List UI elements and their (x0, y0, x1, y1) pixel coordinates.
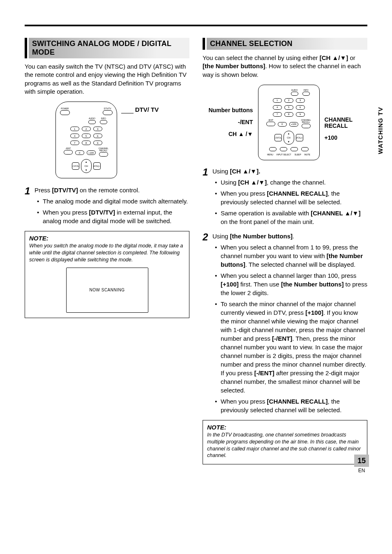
vol-label: VOL (74, 165, 79, 167)
label-input: INPUT SELECT (277, 154, 291, 156)
step-1-bold: [DTV/TV] (52, 187, 78, 194)
ent-button (64, 150, 73, 155)
channel-recall-button-r (302, 124, 311, 128)
s2b3f: [-/ENT] (254, 369, 274, 376)
num-5-r: 5 (284, 105, 293, 110)
s2a: Using (212, 233, 230, 240)
page-language: EN (354, 468, 369, 473)
note-title-right: NOTE: (207, 424, 363, 431)
intro-paragraph-right: You can select the channel by using eith… (203, 54, 367, 79)
label-audio-r: AUDIO (291, 89, 298, 91)
intro-b: [CH ▲/▼] (320, 54, 348, 61)
num-4-r: 4 (273, 105, 282, 110)
vol-up-r: VOL▷ (296, 134, 303, 141)
s2b2c: first. Then use (239, 281, 281, 288)
label-chrec-r: CHANNEL RECALL (301, 119, 311, 123)
num-8-r: 8 (284, 112, 293, 117)
section-title: SWITCHING ANALOG MODE / DIGITAL MODE (32, 39, 171, 56)
page-number: 15 (354, 455, 369, 467)
section-strip: SWITCHING ANALOG MODE / DIGITAL MODE (29, 38, 189, 58)
callout-ent: -/ENT (238, 119, 253, 125)
bullet-2: When you press [DTV/TV] in external inpu… (37, 208, 189, 225)
s2b4: When you press [CHANNEL RECALL], the pre… (215, 397, 367, 414)
info-button (100, 120, 107, 124)
bullet-2a: When you press (43, 209, 89, 216)
manual-page: WATCHING TV SWITCHING ANALOG MODE / DIGI… (0, 0, 392, 481)
label-info-r: INFO (304, 89, 309, 91)
section-title-channel: CHANNEL SELECTION (210, 39, 293, 48)
input-select-button (280, 147, 287, 151)
num-2: 2 (82, 127, 91, 131)
s1b2: When you press [CHANNEL RECALL], the pre… (215, 189, 367, 206)
num-7-r: 7 (273, 112, 282, 117)
right-callouts: CHANNEL RECALL +100 (325, 117, 362, 141)
note-box-right: NOTE: In the DTV broadcasting, one chann… (203, 420, 367, 465)
step-2-right-bullets: When you select a channel from 1 to 99, … (212, 243, 367, 414)
s1b1b: [CH ▲/▼] (238, 179, 267, 186)
label-power: POWER (61, 108, 69, 110)
vol-up: VOL▷ (93, 162, 101, 170)
label-audio: AUDIO (89, 118, 95, 120)
num-0: 0 (75, 150, 84, 155)
note-text-right: In the DTV broadcasting, one channel som… (207, 432, 363, 459)
intro-a: You can select the channel by using eith… (203, 54, 320, 61)
sleep-button (291, 147, 298, 151)
s2b3: To search the minor channel of the major… (215, 300, 367, 395)
s1b2a: When you press (221, 190, 267, 197)
ent-button-r (266, 122, 275, 126)
s1b3: Same operation is available with [CHANNE… (215, 209, 367, 226)
num-6: 6 (93, 134, 102, 138)
intro-c: or (348, 54, 355, 61)
note-box-left: NOTE: When you switch the analog mode to… (25, 231, 189, 318)
s2b1: When you select a channel from 1 to 99, … (215, 243, 367, 269)
num-5: 5 (82, 134, 91, 138)
vol-down-r: ◁VOL (274, 134, 282, 141)
s2b4b: [CHANNEL RECALL] (267, 398, 328, 405)
label-menu: MENU (267, 154, 273, 156)
callout-number-buttons: Number buttons (208, 107, 253, 113)
s2b2d: [the Number buttons] (281, 281, 344, 288)
label-ent: -/ENT (65, 148, 71, 150)
step-1-text-c: on the remote control. (78, 187, 140, 194)
p100-button: +100 (87, 150, 96, 155)
s2b2: When you select a channel larger than 10… (215, 271, 367, 297)
power-button (60, 110, 70, 115)
s1b2b: [CHANNEL RECALL] (267, 190, 328, 197)
num-1: 1 (70, 127, 79, 131)
label-chrec: CHANNEL RECALL (98, 148, 109, 152)
num-6-r: 6 (296, 105, 305, 110)
callout-p100: +100 (325, 135, 338, 141)
label-mute: MUTE (304, 154, 310, 156)
remote-illustration: POWER DTV/TV AUDIO (55, 102, 117, 178)
num-2-r: 2 (284, 98, 293, 103)
intro-paragraph-left: You can easily switch the TV (NTSC) and … (25, 62, 189, 96)
callout-channel-recall: CHANNEL RECALL (325, 117, 362, 129)
s2b3b: [+100] (305, 309, 323, 316)
side-tab-watching-tv: WATCHING TV (377, 107, 384, 154)
ch-label-r: CH (287, 136, 291, 139)
num-7: 7 (70, 141, 79, 145)
note-title-left: NOTE: (29, 235, 185, 242)
s2b3d: [-/ENT] (272, 335, 292, 342)
page-number-text: 15 (357, 457, 366, 465)
s2c: . (293, 233, 294, 240)
p100-button-r: +100 (289, 122, 298, 127)
callout-ch-updn: CH ▲ /▼ (228, 131, 253, 137)
ch-updown-r: ▲CH▼ (284, 131, 294, 145)
s2b2b: [+100] (221, 281, 239, 288)
s1b: [CH ▲/▼]. (230, 168, 261, 175)
label-ent-r: -/ENT (268, 119, 273, 121)
section-header-channel: CHANNEL SELECTION (203, 38, 367, 50)
info-button-r (302, 92, 310, 96)
num-8: 8 (82, 141, 91, 145)
num-1-r: 1 (273, 98, 282, 103)
remote-illustration-right: AUDIO INFO 123 456 789 -/ENT 0 +100 CHAN… (258, 85, 320, 160)
remote-diagram-right: Number buttons -/ENT CH ▲ /▼ AUDIO INFO … (203, 85, 367, 160)
bullet-1: The analog mode and digital mode switch … (37, 197, 189, 205)
num-4: 4 (70, 134, 79, 138)
s2b: [the Number buttons] (230, 233, 293, 240)
dtvtv-button (103, 110, 113, 115)
callout-dtvtv: DTV/ TV (135, 106, 159, 113)
num-9: 9 (93, 141, 102, 145)
s2b2a: When you select a channel larger than 10… (221, 272, 356, 279)
